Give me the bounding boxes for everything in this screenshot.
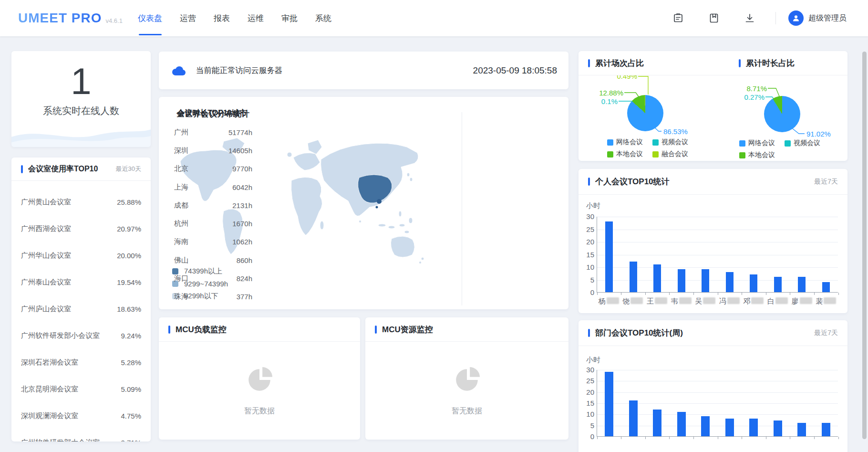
room-usage-card: 会议室使用率TOP10 最近30天 广州黄山会议室25.88%广州西湖会议室20…	[11, 158, 151, 441]
x-category-label: 饶	[621, 297, 645, 306]
range-label: 最近30天	[116, 165, 141, 173]
table-row: 北京昆明湖会议室5.09%	[11, 376, 151, 402]
card-header: 会议室使用率TOP10 最近30天	[11, 158, 151, 180]
city-top10-title: 会议时长TOP10城市	[159, 108, 265, 118]
cloud-icon	[170, 65, 187, 76]
legend-item[interactable]: 视频会议	[652, 138, 698, 147]
x-category-label: 白	[765, 297, 790, 306]
y-tick-label: 10	[580, 410, 594, 418]
x-tick	[766, 437, 766, 439]
main-nav-tabs: 仪表盘运营报表运维审批系统	[138, 0, 331, 36]
y-tick-label: 0	[580, 288, 594, 296]
legend-item[interactable]: 本地会议	[607, 150, 652, 158]
x-category-label: 邓	[742, 297, 766, 306]
table-row: 广州黄山会议室25.88%	[11, 189, 151, 215]
bar	[702, 269, 709, 292]
bar	[630, 262, 637, 292]
legend-item[interactable]: 本地会议	[739, 151, 785, 159]
y-tick-label: 15	[580, 399, 594, 407]
x-tick	[838, 437, 839, 439]
y-tick-label: 15	[580, 251, 594, 259]
accent-bar	[375, 326, 377, 334]
divider	[462, 112, 462, 305]
personal-bar-chart[interactable]: 051015202530杨饶王韦吴冯邓白廖裴	[597, 217, 838, 306]
app-version: v4.6.1	[105, 17, 122, 24]
tab-报表[interactable]: 报表	[214, 0, 230, 36]
y-axis-unit: 小时	[586, 201, 600, 210]
x-tick	[742, 293, 742, 295]
bar	[774, 420, 782, 436]
table-row: 深圳石岩湖会议室5.28%	[11, 349, 151, 376]
x-tick	[669, 437, 670, 439]
table-row: 海南1062h	[159, 233, 265, 251]
bar	[725, 419, 734, 436]
redacted-name	[751, 297, 764, 304]
tab-仪表盘[interactable]: 仪表盘	[138, 0, 162, 36]
table-row: 广州西湖会议室20.97%	[11, 215, 151, 242]
table-row: 深圳14605h	[159, 141, 265, 159]
bookmark-icon[interactable]	[708, 12, 720, 24]
duration-pie-title: 累计时长占比	[746, 58, 795, 69]
y-tick-label: 10	[580, 263, 594, 271]
bar	[749, 419, 758, 436]
table-row: 北京9770h	[159, 160, 265, 178]
current-user[interactable]: 超级管理员	[808, 13, 847, 23]
accent-bar	[739, 59, 741, 67]
online-count-label: 系统实时在线人数	[11, 105, 151, 117]
brand: UMEET PRO v4.6.1	[18, 0, 123, 36]
pie-sessions[interactable]	[627, 95, 663, 131]
legend-item[interactable]: 融合会议	[652, 150, 698, 158]
server-status-row: 当前能正常访问云服务器 2023-05-09 18:05:58	[159, 52, 568, 89]
legend-item[interactable]: 网络会议	[739, 139, 785, 147]
pie-label: 12.88%	[599, 89, 623, 97]
x-tick	[718, 293, 718, 295]
pie-charts-card: 累计场次占比 累计时长占比 0.49% 12.88% 0.1% 86.53% 网…	[579, 51, 847, 161]
x-tick	[766, 293, 766, 295]
sessions-pie-chart: 0.49% 12.88% 0.1% 86.53% 网络会议视频会议本地会议融合会…	[579, 75, 713, 161]
redacted-name	[800, 297, 812, 304]
legend-item[interactable]: 视频会议	[785, 139, 830, 147]
table-row: 杭州1670h	[159, 214, 265, 232]
card-header: 累计时长占比	[739, 51, 795, 75]
tab-运维[interactable]: 运维	[248, 0, 264, 36]
tab-运营[interactable]: 运营	[180, 0, 196, 36]
empty-state: 暂无数据	[159, 342, 360, 440]
bar	[726, 272, 734, 292]
redacted-name	[679, 297, 692, 304]
department-bar-chart[interactable]: 051015202530	[597, 370, 838, 441]
table-row: 广州51774h	[159, 123, 265, 141]
vertical-scrollbar[interactable]	[862, 52, 867, 439]
bar	[653, 264, 661, 292]
bar	[605, 221, 613, 292]
card-title: MCU负载监控	[176, 324, 227, 335]
redacted-name	[824, 297, 836, 304]
x-tick	[838, 293, 839, 295]
online-count: 1	[11, 60, 151, 103]
range-label: 最近7天	[814, 329, 838, 337]
x-category-label: 冯	[717, 297, 742, 306]
personal-top10-card: 个人会议TOP10统计 最近7天 小时 051015202530杨饶王韦吴冯邓白…	[579, 169, 847, 313]
mcu-load-card: MCU负载监控 暂无数据	[159, 317, 360, 440]
empty-text: 暂无数据	[244, 406, 275, 416]
legend-item[interactable]: 网络会议	[607, 138, 652, 147]
accent-bar	[588, 59, 590, 67]
download-icon[interactable]	[744, 12, 755, 24]
x-tick	[718, 437, 718, 439]
user-icon	[791, 13, 801, 23]
clipboard-icon[interactable]	[672, 12, 684, 24]
department-top10-card: 部门会议TOP10统计(周) 最近7天 小时 051015202530	[579, 320, 847, 452]
pie-label: 0.27%	[744, 93, 765, 101]
card-title: 部门会议TOP10统计(周)	[595, 327, 683, 338]
bar	[653, 410, 661, 436]
table-row: 广州泰山会议室19.54%	[11, 269, 151, 295]
y-tick-label: 20	[580, 388, 594, 396]
y-tick-label: 30	[580, 366, 594, 374]
tab-审批[interactable]: 审批	[281, 0, 298, 36]
y-tick-label: 5	[580, 276, 594, 284]
x-tick	[790, 293, 790, 295]
table-row: 广州华山会议室20.00%	[11, 242, 151, 269]
avatar[interactable]	[788, 11, 804, 26]
pie-duration[interactable]	[764, 96, 800, 132]
card-header: 累计场次占比	[588, 51, 644, 75]
tab-系统[interactable]: 系统	[315, 0, 331, 36]
